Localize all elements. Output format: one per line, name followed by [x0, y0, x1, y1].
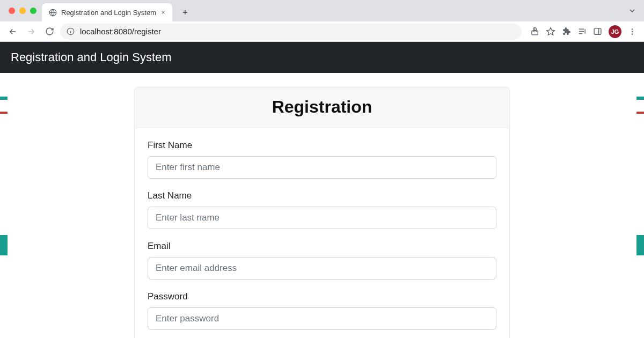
bookmark-star-icon[interactable]	[546, 27, 555, 36]
kebab-menu-icon[interactable]	[628, 27, 636, 36]
browser-toolbar: localhost:8080/register JG	[0, 21, 644, 42]
last-name-label: Last Name	[148, 190, 496, 201]
password-input[interactable]	[148, 307, 496, 330]
window-minimize-button[interactable]	[19, 8, 26, 14]
tab-strip: Registration and Login System	[0, 0, 644, 21]
tab-overflow-button[interactable]	[628, 0, 636, 21]
address-bar[interactable]: localhost:8080/register	[60, 24, 522, 40]
last-name-input[interactable]	[148, 207, 496, 229]
background-sliver	[0, 235, 8, 255]
first-name-group: First Name	[148, 140, 496, 179]
email-label: Email	[148, 241, 496, 252]
back-button[interactable]	[5, 24, 20, 39]
card-header: Registration	[135, 87, 509, 128]
extensions-icon[interactable]	[562, 27, 571, 36]
first-name-label: First Name	[148, 140, 496, 151]
background-sliver	[636, 97, 644, 100]
app-title: Registration and Login System	[11, 50, 172, 64]
background-sliver	[0, 112, 8, 114]
reload-button[interactable]	[42, 24, 57, 39]
svg-point-6	[632, 33, 633, 34]
share-icon[interactable]	[530, 27, 539, 36]
toolbar-actions: JG	[525, 25, 639, 38]
background-sliver	[0, 97, 8, 100]
page-body: Registration First Name Last Name Email …	[0, 73, 644, 338]
registration-form: First Name Last Name Email Password	[135, 128, 509, 330]
window-controls	[6, 0, 42, 21]
new-tab-button[interactable]	[178, 5, 193, 20]
side-panel-icon[interactable]	[593, 27, 602, 36]
svg-rect-3	[594, 28, 601, 34]
background-sliver	[636, 112, 644, 114]
window-close-button[interactable]	[9, 8, 15, 14]
last-name-group: Last Name	[148, 190, 496, 229]
registration-card: Registration First Name Last Name Email …	[134, 87, 510, 338]
password-label: Password	[148, 291, 496, 302]
window-maximize-button[interactable]	[30, 8, 36, 14]
app-header: Registration and Login System	[0, 42, 644, 73]
site-info-icon[interactable]	[67, 27, 75, 35]
svg-point-5	[632, 31, 633, 32]
globe-icon	[48, 8, 57, 17]
reading-list-icon[interactable]	[577, 27, 587, 36]
url-text: localhost:8080/register	[80, 27, 161, 36]
browser-tab[interactable]: Registration and Login System	[42, 3, 172, 21]
tab-close-button[interactable]	[160, 10, 166, 15]
forward-button[interactable]	[24, 24, 39, 39]
svg-point-4	[632, 28, 633, 30]
email-group: Email	[148, 241, 496, 280]
first-name-input[interactable]	[148, 156, 496, 179]
card-title: Registration	[135, 97, 509, 117]
tab-title: Registration and Login System	[61, 9, 156, 17]
profile-avatar[interactable]: JG	[609, 25, 621, 38]
background-sliver	[636, 235, 644, 255]
password-group: Password	[148, 291, 496, 330]
email-input[interactable]	[148, 257, 496, 280]
